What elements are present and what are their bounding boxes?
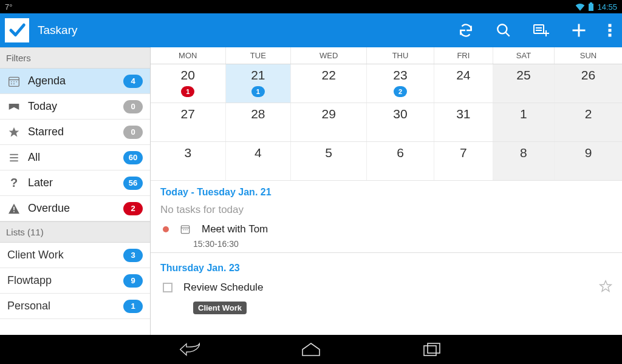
calendar-day-cell[interactable]: 201: [151, 64, 225, 103]
all-icon: [7, 152, 21, 163]
filters-section-header: Filters: [0, 47, 150, 69]
sidebar-filter-starred[interactable]: Starred0: [0, 120, 150, 145]
calendar-day-cell[interactable]: 1: [493, 103, 554, 142]
recents-icon: [423, 343, 442, 356]
list-count-badge: 1: [123, 300, 143, 313]
svg-rect-11: [609, 24, 611, 27]
agenda-empty-text: No tasks for today: [151, 200, 622, 220]
calendar-day-header: SUN: [554, 47, 622, 64]
sidebar-filter-today[interactable]: Today0: [0, 94, 150, 120]
lists-section-header: Lists (11): [0, 221, 150, 243]
temperature-indicator: 7°: [5, 2, 12, 12]
list-count-badge: 9: [123, 274, 143, 288]
calendar-day-cell[interactable]: 6: [367, 142, 434, 181]
back-button[interactable]: [171, 337, 208, 362]
calendar-day-header: THU: [367, 47, 434, 64]
sync-button[interactable]: [447, 13, 485, 47]
calendar-day-cell[interactable]: 25: [493, 64, 554, 103]
day-task-badge: 2: [394, 86, 407, 97]
app-title: Taskary: [38, 24, 77, 37]
agenda-icon: [7, 75, 21, 87]
calendar-day-cell[interactable]: 28: [225, 103, 291, 142]
new-list-button[interactable]: [522, 13, 560, 47]
plus-icon: [570, 22, 587, 39]
calendar-day-header: SAT: [493, 47, 554, 64]
svg-rect-12: [609, 29, 611, 32]
sync-icon: [458, 22, 474, 38]
overdue-icon: [7, 203, 21, 214]
recents-button[interactable]: [414, 337, 451, 362]
calendar-day-cell[interactable]: 22: [291, 64, 367, 103]
svg-rect-0: [589, 4, 593, 11]
overflow-menu-button[interactable]: [598, 13, 622, 47]
svg-rect-31: [424, 346, 436, 356]
svg-point-29: [185, 229, 186, 231]
overflow-icon: [608, 24, 612, 37]
home-button[interactable]: [293, 337, 329, 362]
app-action-bar: Taskary: [0, 13, 622, 47]
calendar-day-cell[interactable]: 29: [291, 103, 367, 142]
day-number: 29: [291, 107, 366, 121]
calendar-grid: MONTUEWEDTHUFRISATSUN 201211222322425262…: [151, 47, 622, 181]
clock: 14:55: [597, 2, 617, 12]
sidebar-filter-later[interactable]: ?Later56: [0, 170, 150, 196]
calendar-day-cell[interactable]: 27: [151, 103, 225, 142]
task-color-dot: [163, 226, 169, 232]
calendar-day-cell[interactable]: 9: [554, 142, 622, 181]
calendar-small-icon: [180, 224, 191, 235]
calendar-day-cell[interactable]: 26: [554, 64, 622, 103]
agenda-section-header: Today - Tuesday Jan. 21: [151, 181, 622, 200]
sidebar-filter-all[interactable]: All60: [0, 145, 150, 170]
agenda-list[interactable]: Today - Tuesday Jan. 21No tasks for toda…: [151, 181, 622, 335]
sidebar-list-item[interactable]: Flowtapp9: [0, 268, 150, 294]
task-checkbox[interactable]: [163, 283, 173, 292]
star-icon[interactable]: [599, 280, 612, 295]
svg-rect-24: [13, 206, 15, 210]
day-task-badge: 1: [251, 86, 265, 97]
sidebar-list-item[interactable]: Personal1: [0, 294, 150, 319]
day-number: 7: [434, 146, 493, 160]
day-number: 25: [493, 68, 554, 83]
task-title: Review Schedule: [183, 281, 263, 294]
svg-rect-32: [428, 343, 440, 353]
svg-point-18: [16, 81, 17, 83]
task-tag: Client Work: [193, 302, 247, 314]
calendar-day-cell[interactable]: 4: [225, 142, 291, 181]
calendar-day-cell[interactable]: 7: [434, 142, 493, 181]
task-row[interactable]: Meet with Tom: [151, 220, 622, 239]
task-row[interactable]: Review Schedule: [151, 276, 622, 299]
svg-point-16: [11, 81, 12, 83]
sidebar-filter-overdue[interactable]: Overdue2: [0, 196, 150, 221]
calendar-day-cell[interactable]: 24: [434, 64, 493, 103]
calendar-day-cell[interactable]: 31: [434, 103, 493, 142]
sidebar-list-item[interactable]: Client Work3: [0, 243, 150, 268]
calendar-day-cell[interactable]: 5: [291, 142, 367, 181]
calendar-day-cell[interactable]: 8: [493, 142, 554, 181]
calendar-day-header: MON: [151, 47, 225, 64]
search-button[interactable]: [485, 13, 522, 47]
day-number: 1: [493, 107, 554, 121]
list-label: Flowtapp: [7, 274, 52, 287]
day-number: 28: [226, 107, 291, 121]
calendar-day-header: FRI: [434, 47, 493, 64]
calendar-day-header: WED: [291, 47, 367, 64]
calendar-day-cell[interactable]: 2: [554, 103, 622, 142]
sidebar-filter-agenda[interactable]: Agenda4: [0, 69, 150, 94]
calendar-day-cell[interactable]: 232: [367, 64, 434, 103]
calendar-day-cell[interactable]: 211: [225, 64, 291, 103]
day-number: 31: [434, 107, 493, 121]
agenda-section-header: Thursday Jan. 23: [151, 257, 622, 276]
filter-label: Agenda: [28, 75, 116, 87]
svg-rect-25: [13, 211, 15, 212]
calendar-day-cell[interactable]: 3: [151, 142, 225, 181]
svg-rect-13: [609, 34, 611, 36]
calendar-day-cell[interactable]: 30: [367, 103, 434, 142]
day-number: 6: [367, 146, 434, 160]
day-task-badge: 1: [181, 86, 194, 97]
divider: [151, 252, 622, 253]
add-button[interactable]: [560, 13, 598, 47]
filter-count-badge: 2: [123, 202, 143, 215]
app-logo[interactable]: [0, 13, 34, 47]
day-number: 2: [555, 107, 622, 121]
battery-icon: [589, 2, 593, 11]
